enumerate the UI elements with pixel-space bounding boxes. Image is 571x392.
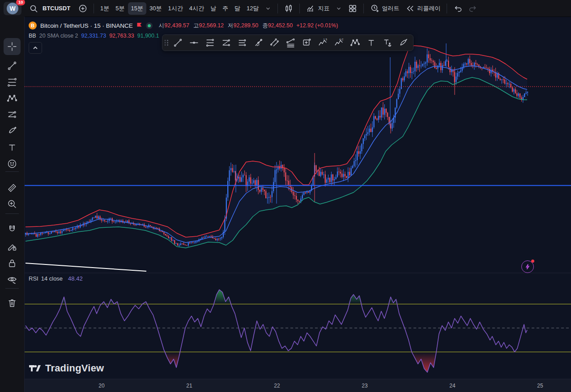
- flag-icon[interactable]: [136, 22, 142, 29]
- sidebar-tool-zoom-in[interactable]: [4, 196, 21, 212]
- drawing-tool-elliott-impulse-wave[interactable]: 15: [315, 36, 331, 50]
- rsi-current-value: 48.42: [68, 275, 83, 282]
- fib-retracement-icon: [7, 77, 17, 88]
- drawing-tool-fib-retracement[interactable]: [202, 36, 218, 50]
- sidebar-tool-drawing-mode-lock[interactable]: [4, 239, 21, 255]
- interval-switcher: 1분5분15분30분1시간4시간날주달12달: [97, 2, 262, 15]
- bitcoin-logo-icon: B: [29, 21, 37, 30]
- sidebar-tool-hide-drawings[interactable]: [4, 272, 21, 288]
- candles-icon: [284, 4, 293, 13]
- fib-channel-icon: [238, 38, 247, 47]
- drawing-tool-trend-based-fib-retracement[interactable]: [218, 36, 234, 50]
- price-chart-svg[interactable]: 202122232425: [0, 0, 571, 392]
- drawing-tool-trend-angle[interactable]: [250, 36, 266, 50]
- sidebar-tool-lock-all-drawings[interactable]: [4, 255, 21, 271]
- bb-value: 92,331.73: [81, 33, 107, 39]
- chart-style-button[interactable]: [281, 2, 296, 15]
- market-status-icon[interactable]: [146, 22, 153, 29]
- drag-handle[interactable]: [163, 38, 170, 48]
- drawing-tool-brush[interactable]: [395, 36, 411, 50]
- zoom-in-icon: [7, 199, 17, 209]
- undo-icon: [453, 4, 462, 13]
- interval-button-달[interactable]: 달: [231, 2, 243, 15]
- notification-badge: 10: [16, 0, 25, 5]
- grid-layout-icon: [348, 4, 357, 13]
- sidebar-tool-trend-based-fib[interactable]: [4, 107, 21, 123]
- interval-button-4시간[interactable]: 4시간: [186, 2, 207, 15]
- sidebar-tool-crosshair[interactable]: [4, 38, 21, 55]
- drawing-tool-text[interactable]: [363, 36, 379, 50]
- sidebar-tool-brush[interactable]: [4, 123, 21, 139]
- ruler-icon: [7, 183, 17, 193]
- undo-button[interactable]: [450, 2, 465, 15]
- bb-indicator-name: BB: [29, 33, 36, 39]
- replay-button[interactable]: 리플레이: [402, 2, 443, 15]
- lock-all-drawings-icon: [7, 258, 17, 268]
- chevron-down-icon: [265, 5, 271, 12]
- x-axis-label: 24: [449, 383, 456, 389]
- text-icon: [366, 38, 376, 47]
- top-toolbar: W 10 BTCUSDT 1분5분15분30분1시간4시간날주달12달 지표 얼…: [0, 0, 571, 17]
- trend-line-icon: [173, 38, 183, 47]
- left-drawing-toolbar: [0, 17, 25, 392]
- sidebar-tool-magnet[interactable]: [4, 222, 21, 238]
- interval-button-1분[interactable]: 1분: [97, 2, 112, 15]
- indicator-templates-button[interactable]: [332, 3, 345, 14]
- sidebar-divider: [5, 213, 19, 214]
- bb-value: 92,763.33: [109, 33, 134, 39]
- price-change: +12.92 (+0.01%): [296, 22, 338, 29]
- drawing-tool-xabcd-pattern[interactable]: [347, 36, 363, 50]
- indicators-icon: [306, 4, 315, 13]
- sidebar-tool-remove-objects[interactable]: [4, 295, 21, 311]
- drawing-tool-horizontal-line[interactable]: [186, 36, 202, 50]
- symbol-search-button[interactable]: BTCUSDT: [26, 0, 75, 16]
- interval-button-12달[interactable]: 12달: [243, 2, 262, 15]
- interval-dropdown-button[interactable]: [262, 3, 274, 14]
- drawing-tool-long-position[interactable]: [298, 36, 315, 50]
- rsi-indicator-legend[interactable]: RSI 14 close 48.42: [29, 275, 83, 282]
- trend-based-fib-retracement-icon: [222, 38, 231, 47]
- chart-area[interactable]: 202122232425: [0, 0, 571, 392]
- interval-button-30분[interactable]: 30분: [146, 2, 165, 15]
- bb-indicator-values: 92,331.7392,763.3391,900.1: [81, 33, 162, 39]
- interval-button-주[interactable]: 주: [219, 2, 231, 15]
- x-axis-label: 23: [362, 383, 368, 389]
- sidebar-tool-emoji[interactable]: [4, 156, 21, 172]
- interval-button-날[interactable]: 날: [207, 2, 219, 15]
- legend-collapse-button[interactable]: [29, 42, 42, 54]
- floating-drawing-toolbar: 15AC: [162, 34, 413, 51]
- drawing-mode-lock-icon: [7, 241, 17, 252]
- symbol-title[interactable]: Bitcoin / TetherUS · 15 · BINANCE: [40, 22, 133, 29]
- drawing-tool-fib-channel[interactable]: [234, 36, 250, 50]
- interval-button-15분[interactable]: 15분: [128, 2, 146, 15]
- drawing-tool-elliott-correction-wave[interactable]: AC: [331, 36, 347, 50]
- alert-button[interactable]: 얼러트: [367, 2, 402, 15]
- sidebar-tool-ruler[interactable]: [4, 180, 21, 196]
- svg-text:C: C: [341, 38, 343, 41]
- ohlc-values: 시92,439.57고92,569.12저92,289.50종92,452.50: [159, 22, 293, 30]
- interval-button-5분[interactable]: 5분: [112, 2, 128, 15]
- indicators-button[interactable]: 지표: [303, 2, 332, 15]
- layout-grid-button[interactable]: [345, 2, 360, 15]
- hide-drawings-icon: [7, 274, 17, 285]
- drawing-tool-anchored-text[interactable]: [379, 36, 395, 50]
- drawing-tool-flat-top-bottom-channel[interactable]: [282, 36, 298, 50]
- alert-clock-icon: [370, 4, 379, 13]
- drawing-tool-trend-line[interactable]: [170, 36, 186, 50]
- trend-based-fib-icon: [7, 109, 17, 120]
- sidebar-tool-fib-retracement[interactable]: [4, 74, 21, 90]
- toolbar-separator: [363, 4, 364, 13]
- interval-button-1시간[interactable]: 1시간: [165, 2, 186, 15]
- sidebar-tool-text[interactable]: [4, 140, 21, 156]
- sparks-highlights-button[interactable]: [521, 260, 534, 273]
- drawing-tool-parallel-channel[interactable]: [266, 36, 282, 50]
- redo-button[interactable]: [465, 2, 481, 15]
- user-menu-button[interactable]: W 10: [4, 2, 21, 15]
- sidebar-tool-trend-line[interactable]: [4, 58, 21, 74]
- sidebar-tool-xabcd-pattern[interactable]: [4, 90, 21, 107]
- tradingview-watermark-text: TradingView: [45, 362, 104, 374]
- compare-add-symbol-button[interactable]: [75, 2, 90, 15]
- tradingview-watermark: TradingView: [29, 362, 104, 374]
- anchored-text-icon: [383, 38, 392, 47]
- parallel-channel-icon: [270, 38, 279, 47]
